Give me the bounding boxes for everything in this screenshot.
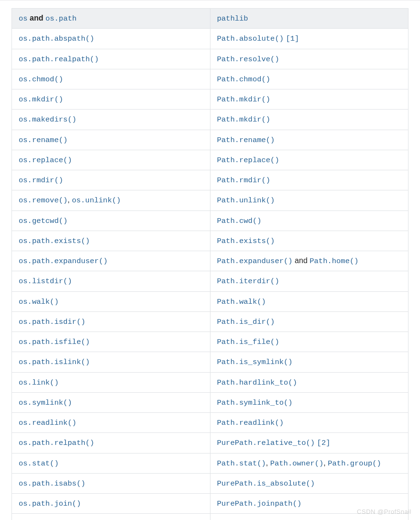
doc-link[interactable]: os.link() xyxy=(19,378,59,387)
table-row: os.path.isfile()Path.is_file() xyxy=(12,332,409,352)
doc-link[interactable]: Path.mkdir() xyxy=(217,95,271,104)
doc-link[interactable]: Path.home() xyxy=(309,257,358,266)
doc-link[interactable]: Path.mkdir() xyxy=(217,115,271,124)
doc-link[interactable]: Path.rename() xyxy=(217,136,275,144)
doc-link[interactable]: Path.absolute() xyxy=(217,34,284,43)
doc-link[interactable]: os.path.exists() xyxy=(19,237,90,245)
doc-link[interactable]: os xyxy=(19,14,28,23)
doc-link[interactable]: Path.owner() xyxy=(270,459,324,468)
doc-link[interactable]: os.remove() xyxy=(19,196,67,205)
cell-os: os.link() xyxy=(12,372,210,392)
cell-pathlib: PurePath.name xyxy=(210,514,409,520)
content-wrap: os and os.path pathlib os.path.abspath()… xyxy=(0,0,420,520)
doc-link[interactable]: os.makedirs() xyxy=(19,115,77,124)
table-row: os.link()Path.hardlink_to() xyxy=(12,372,409,392)
doc-link[interactable]: Path.stat() xyxy=(217,459,266,468)
header-os: os and os.path xyxy=(12,9,210,29)
table-row: os.path.basename()PurePath.name xyxy=(12,514,409,520)
doc-link[interactable]: Path.readlink() xyxy=(217,419,284,427)
cell-os: os.path.isdir() xyxy=(12,311,210,332)
cell-os: os.path.expanduser() xyxy=(12,251,210,271)
table-row: os.chmod()Path.chmod() xyxy=(12,69,409,89)
doc-link[interactable]: os.path.islink() xyxy=(19,358,90,366)
cell-os: os.path.abspath() xyxy=(12,29,210,49)
cell-pathlib: PurePath.is_absolute() xyxy=(210,473,409,493)
cell-os: os.listdir() xyxy=(12,271,210,291)
doc-link[interactable]: Path.cwd() xyxy=(217,217,262,225)
doc-link[interactable]: os.path.expanduser() xyxy=(19,257,108,266)
cell-pathlib: Path.hardlink_to() xyxy=(210,372,409,392)
table-row: os.path.isdir()Path.is_dir() xyxy=(12,311,409,332)
doc-link[interactable]: os.path xyxy=(45,14,77,23)
doc-link[interactable]: os.path.realpath() xyxy=(19,55,99,64)
doc-link[interactable]: [2] xyxy=(317,439,331,447)
doc-link[interactable]: os.chmod() xyxy=(19,75,63,84)
doc-link[interactable]: os.replace() xyxy=(19,156,72,165)
doc-link[interactable]: os.unlink() xyxy=(72,196,121,205)
doc-link[interactable]: Path.walk() xyxy=(217,298,266,306)
table-body: os.path.abspath()Path.absolute() [1]os.p… xyxy=(12,29,409,520)
doc-link[interactable]: Path.is_dir() xyxy=(217,318,275,326)
cell-pathlib: Path.readlink() xyxy=(210,413,409,433)
cell-pathlib: Path.is_file() xyxy=(210,332,409,352)
cell-pathlib: Path.chmod() xyxy=(210,69,409,89)
cell-os: os.stat() xyxy=(12,453,210,473)
doc-link[interactable]: Path.resolve() xyxy=(217,55,279,64)
table-row: os.rename()Path.rename() xyxy=(12,130,409,150)
cell-pathlib: Path.mkdir() xyxy=(210,89,409,110)
cell-pathlib: Path.is_dir() xyxy=(210,311,409,332)
separator: , xyxy=(323,459,328,467)
table-row: os.symlink()Path.symlink_to() xyxy=(12,392,409,412)
doc-link[interactable]: os.path.isfile() xyxy=(19,338,90,346)
cell-pathlib: Path.unlink() xyxy=(210,190,409,210)
cell-os: os.path.basename() xyxy=(12,514,210,520)
cell-pathlib: Path.walk() xyxy=(210,291,409,311)
doc-link[interactable]: os.stat() xyxy=(19,459,59,468)
doc-link[interactable]: os.rmdir() xyxy=(19,176,63,185)
doc-link[interactable]: os.mkdir() xyxy=(19,95,63,104)
cell-pathlib: Path.cwd() xyxy=(210,210,409,231)
doc-link[interactable]: Path.hardlink_to() xyxy=(217,378,297,387)
doc-link[interactable]: os.getcwd() xyxy=(19,217,67,225)
doc-link[interactable]: Path.unlink() xyxy=(217,196,275,205)
doc-link[interactable]: os.walk() xyxy=(19,298,59,306)
doc-link[interactable]: Path.expanduser() xyxy=(217,257,293,266)
doc-link[interactable]: Path.exists() xyxy=(217,237,275,245)
table-row: os.path.expanduser()Path.expanduser() an… xyxy=(12,251,409,271)
cell-os: os.rmdir() xyxy=(12,170,210,190)
doc-link[interactable]: Path.iterdir() xyxy=(217,277,279,286)
doc-link[interactable]: [1] xyxy=(286,34,299,43)
doc-link[interactable]: Path.is_symlink() xyxy=(217,358,293,366)
cell-os: os.getcwd() xyxy=(12,210,210,231)
cell-pathlib: Path.mkdir() xyxy=(210,110,409,130)
doc-link[interactable]: Path.chmod() xyxy=(217,75,271,84)
separator: , xyxy=(266,459,270,467)
cell-os: os.path.isabs() xyxy=(12,473,210,493)
doc-link[interactable]: pathlib xyxy=(217,14,248,23)
cell-os: os.makedirs() xyxy=(12,110,210,130)
doc-link[interactable]: os.path.relpath() xyxy=(19,439,94,447)
doc-link[interactable]: PurePath.relative_to() xyxy=(217,439,315,447)
doc-link[interactable]: PurePath.is_absolute() xyxy=(217,479,315,488)
doc-link[interactable]: os.listdir() xyxy=(19,277,72,286)
table-row: os.walk()Path.walk() xyxy=(12,291,409,311)
table-row: os.path.exists()Path.exists() xyxy=(12,231,409,251)
doc-link[interactable]: os.readlink() xyxy=(19,419,77,427)
cell-pathlib: Path.rename() xyxy=(210,130,409,150)
doc-link[interactable]: PurePath.joinpath() xyxy=(217,499,302,508)
doc-link[interactable]: os.symlink() xyxy=(19,398,72,407)
doc-link[interactable]: Path.is_file() xyxy=(217,338,279,346)
doc-link[interactable]: Path.replace() xyxy=(217,156,279,165)
doc-link[interactable]: os.path.join() xyxy=(19,499,81,508)
doc-link[interactable]: Path.group() xyxy=(328,459,381,468)
doc-link[interactable]: os.rename() xyxy=(19,136,67,144)
table-row: os.replace()Path.replace() xyxy=(12,150,409,170)
cell-os: os.path.islink() xyxy=(12,352,210,372)
doc-link[interactable]: os.path.abspath() xyxy=(19,34,94,43)
doc-link[interactable]: os.path.isdir() xyxy=(19,318,86,326)
doc-link[interactable]: Path.symlink_to() xyxy=(217,398,293,407)
doc-link[interactable]: os.path.isabs() xyxy=(19,479,86,488)
table-row: os.rmdir()Path.rmdir() xyxy=(12,170,409,190)
doc-link[interactable]: Path.rmdir() xyxy=(217,176,271,185)
table-row: os.readlink()Path.readlink() xyxy=(12,413,409,433)
